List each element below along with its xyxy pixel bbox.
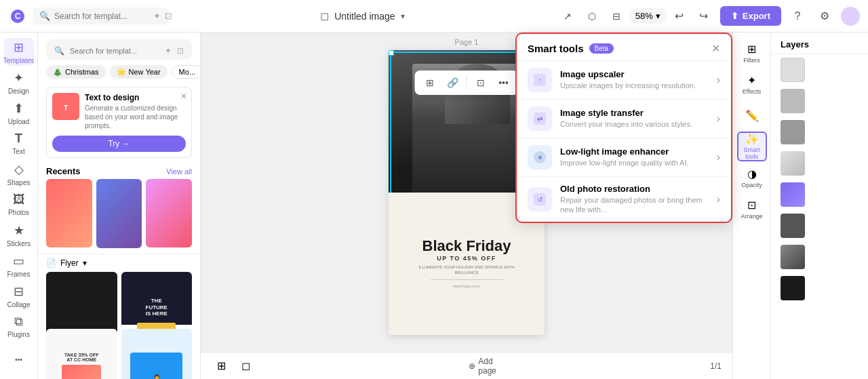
sidebar-item-plugins[interactable]: ⧉ Plugins	[4, 313, 34, 340]
topbar-center: ◻ Untitled image ▾	[174, 9, 551, 22]
search-input[interactable]	[54, 12, 149, 21]
panel-search-icon: 🔍	[54, 46, 64, 56]
settings-btn[interactable]: ⚙	[814, 5, 835, 27]
layer-item-3[interactable]	[771, 117, 868, 148]
crop-tool-btn[interactable]: ⊡	[471, 73, 490, 92]
effects-tool-btn[interactable]: ✦ Effects	[737, 69, 767, 99]
beta-badge: Beta	[589, 43, 614, 54]
zoom-control[interactable]: 58% ▾	[630, 8, 666, 24]
svg-text:↺: ↺	[537, 196, 542, 203]
text-to-design-banner: ✕ T Text to design Generate a customized…	[46, 87, 192, 158]
sidebar-item-upload[interactable]: ⬆ Upload	[4, 99, 34, 127]
link-tool-btn[interactable]: 🔗	[443, 73, 462, 92]
flyer-header[interactable]: 📄 Flyer ▾	[38, 254, 200, 272]
layer-item-6[interactable]	[771, 210, 868, 241]
add-page-btn[interactable]: ⊕ Add page	[472, 355, 494, 377]
app-logo[interactable]: C	[8, 7, 27, 26]
recents-header: Recents View all	[38, 161, 200, 179]
undo-btn[interactable]: ↩	[669, 5, 690, 27]
layer-preview-1	[781, 58, 805, 82]
view-all-button[interactable]: View all	[166, 167, 192, 176]
sidebar-item-templates[interactable]: ⊞ Templates	[4, 38, 34, 66]
smart-tool-style-transfer[interactable]: ⇄ Image style transfer Convert your imag…	[517, 99, 731, 138]
bf-description: ILLUMINATE YOUR HOLIDAY AND SPARKLE WITH…	[408, 264, 524, 276]
layers-panel: Layers	[770, 33, 868, 379]
sidebar-item-photos[interactable]: 🖼 Photos	[4, 191, 34, 218]
shapes-icon: ◇	[14, 162, 24, 177]
sidebar-item-more[interactable]: •••	[4, 346, 34, 374]
sidebar-item-stickers[interactable]: ★ Stickers	[4, 221, 34, 249]
panel-search-bar[interactable]: 🔍 ✦ ⊡	[46, 39, 192, 60]
retouch-icon: ✏️	[745, 109, 759, 122]
low-light-arrow-icon: ›	[717, 151, 720, 163]
title-chevron-icon[interactable]: ▾	[401, 12, 405, 21]
close-banner-button[interactable]: ✕	[180, 92, 187, 101]
present-btn[interactable]: ◻	[236, 357, 255, 376]
template-thumb-3[interactable]: TAKE 35% OFFAT CC HOME 35% OFF	[46, 329, 117, 379]
topbar: C 🔍 ✦ ⊡ ◻ Untitled image ▾ ↗ ⬡ ⊟ 58% ▾ ↩…	[0, 0, 868, 33]
grid-view-btn[interactable]: ⊞	[212, 357, 231, 376]
stickers-icon: ★	[14, 223, 24, 238]
bb-right: 1/1	[710, 361, 722, 371]
style-transfer-icon: ⇄	[528, 106, 552, 131]
filters-tool-btn[interactable]: ⊞ Filters	[737, 38, 767, 68]
template-thumb-4[interactable]: 👩‍⚕️ Medical	[121, 329, 193, 379]
export-button[interactable]: ⬆ Export	[720, 6, 781, 26]
tag-new-year[interactable]: 🌟 New Year	[110, 65, 167, 79]
layer-preview-3	[781, 120, 805, 144]
tag-more[interactable]: Mo...	[172, 65, 200, 79]
tag-christmas[interactable]: 🎄 Christmas	[46, 65, 106, 79]
layer-item-7[interactable]	[771, 241, 868, 273]
photo-restoration-info: Old photo restoration Repair your damage…	[560, 184, 709, 215]
smart-tools-icon: ✨	[745, 133, 759, 146]
svg-text:⇄: ⇄	[537, 115, 542, 123]
select-tool-btn[interactable]: ↗	[557, 5, 578, 27]
layer-item-8[interactable]	[771, 273, 868, 304]
photos-icon: 🖼	[13, 193, 25, 207]
smart-tool-low-light[interactable]: ☀ Low-light image enhancer Improve low-l…	[517, 138, 731, 176]
sidebar-item-frames[interactable]: ▭ Frames	[4, 252, 34, 279]
smart-tool-upscaler[interactable]: ↑ Image upscaler Upscale images by incre…	[517, 60, 731, 99]
topbar-tools: ↗ ⬡ ⊟ 58% ▾ ↩ ↪	[557, 5, 715, 27]
smart-tool-photo-restoration[interactable]: ↺ Old photo restoration Repair your dama…	[517, 176, 731, 222]
svg-text:C: C	[15, 12, 21, 21]
arrange-tool-btn[interactable]: ⊡ Arrange	[737, 194, 767, 224]
template-search[interactable]: 🔍 ✦ ⊡	[33, 7, 168, 24]
layer-item-4[interactable]	[771, 148, 868, 179]
grid-tool-btn[interactable]: ⊞	[420, 73, 439, 92]
doc-title[interactable]: Untitled image	[334, 11, 395, 22]
layer-item-5[interactable]	[771, 179, 868, 210]
smart-tools-close-btn[interactable]: ✕	[711, 42, 720, 55]
help-btn[interactable]: ?	[787, 5, 808, 27]
avatar[interactable]	[841, 7, 860, 26]
add-page-icon: ⊕	[469, 361, 475, 371]
recent-thumb-2[interactable]	[96, 179, 142, 248]
panel-tags: 🎄 Christmas 🌟 New Year Mo...	[38, 60, 200, 84]
layer-item-1[interactable]	[771, 54, 868, 85]
sidebar-item-shapes[interactable]: ◇ Shapes	[4, 160, 34, 188]
opacity-tool-btn[interactable]: ◑ Opacity	[737, 163, 767, 193]
draw-tool-btn[interactable]: ⬡	[581, 5, 603, 27]
t2d-content: T Text to design Generate a customized d…	[52, 93, 186, 130]
sidebar-item-text[interactable]: T Text	[4, 129, 34, 157]
retouch-tool-btn[interactable]: ✏️	[737, 100, 767, 130]
style-transfer-info: Image style transfer Convert your images…	[560, 108, 709, 129]
layer-item-2[interactable]	[771, 85, 868, 117]
toolbar-divider	[467, 76, 467, 89]
recent-thumb-3[interactable]	[146, 179, 192, 247]
bf-title: Black Friday	[422, 239, 511, 254]
recents-title: Recents	[46, 166, 81, 176]
redo-btn[interactable]: ↪	[693, 5, 715, 27]
smart-tools-btn[interactable]: ✨ Smart tools	[737, 132, 767, 161]
sidebar-item-design[interactable]: ✦ Design	[4, 68, 34, 96]
frames-icon: ▭	[13, 254, 24, 268]
recent-thumb-1[interactable]	[46, 179, 92, 247]
layout-tool-btn[interactable]: ⊟	[606, 5, 627, 27]
more-tool-btn[interactable]: •••	[494, 73, 513, 92]
sidebar-item-collage[interactable]: ⊟ Collage	[4, 282, 34, 310]
history-icon: ⊡	[165, 11, 172, 21]
templates-panel: 🔍 ✦ ⊡ 🎄 Christmas 🌟 New Year Mo... ✕ T	[38, 33, 201, 379]
bf-website: www.hypo.com	[453, 284, 480, 288]
try-t2d-button[interactable]: Try →	[52, 136, 186, 152]
panel-search-input[interactable]	[70, 47, 159, 55]
